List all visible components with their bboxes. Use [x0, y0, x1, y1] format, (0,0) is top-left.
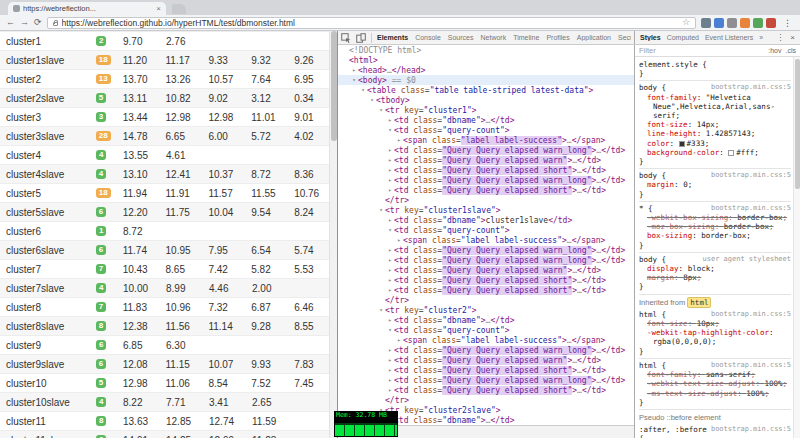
- dom-tree-node[interactable]: ▸<span class="label label-success">…</sp…: [338, 135, 634, 145]
- devtools-tab-security[interactable]: Security: [617, 34, 631, 41]
- dom-tree-node[interactable]: ▾<td class="query-count">: [338, 125, 634, 135]
- dom-tree-node[interactable]: ▸<td class="dbname">…</td>: [338, 115, 634, 125]
- extension-icon[interactable]: [766, 18, 776, 28]
- twisty-collapsed-icon[interactable]: ▸: [386, 185, 394, 195]
- styles-filter-input[interactable]: Filter: [639, 46, 656, 55]
- extension-icon[interactable]: [701, 18, 711, 28]
- twisty-expanded-icon[interactable]: ▾: [386, 325, 394, 335]
- color-swatch[interactable]: [679, 141, 685, 147]
- stylesheet-link[interactable]: bootstrap.min.css:5: [711, 171, 791, 180]
- twisty-collapsed-icon[interactable]: ▸: [386, 365, 394, 375]
- dom-tree-node[interactable]: ▾<tbody>: [338, 95, 634, 105]
- dom-tree-node[interactable]: ▸<td class="Query Query elapsed warn_lon…: [338, 145, 634, 155]
- twisty-collapsed-icon[interactable]: ▸: [395, 235, 403, 245]
- twisty-collapsed-icon[interactable]: ▸: [350, 65, 358, 75]
- dom-tree-node[interactable]: <!DOCTYPE html>: [338, 45, 634, 55]
- twisty-expanded-icon[interactable]: ▾: [386, 125, 394, 135]
- devtools-close-icon[interactable]: ×: [790, 33, 795, 42]
- devtools-tab-network[interactable]: Network: [480, 34, 508, 41]
- css-property[interactable]: color: #333;: [639, 139, 791, 148]
- stylesheet-link[interactable]: bootstrap.min.css:5: [711, 361, 791, 370]
- css-property[interactable]: box-sizing: border-box;: [639, 231, 791, 240]
- dom-tree-node[interactable]: ▸<td class="Query Query elapsed short">……: [338, 185, 634, 195]
- twisty-expanded-icon[interactable]: ▾: [350, 75, 358, 85]
- twisty-collapsed-icon[interactable]: ▸: [386, 245, 394, 255]
- dom-tree-node[interactable]: ▾<td class="query-count">: [338, 225, 634, 235]
- dom-tree-node[interactable]: ▸<head>…</head>: [338, 65, 634, 75]
- device-toolbar-icon[interactable]: [356, 32, 367, 43]
- class-toggle[interactable]: .cls: [786, 47, 797, 54]
- new-tab-button[interactable]: [172, 4, 186, 14]
- styles-scrollbar[interactable]: [793, 57, 800, 438]
- twisty-collapsed-icon[interactable]: ▸: [386, 375, 394, 385]
- dom-tree-node[interactable]: ▾<table class="table table-striped lates…: [338, 85, 634, 95]
- dom-tree-node[interactable]: ▾<tr key="cluster1">: [338, 105, 634, 115]
- css-property[interactable]: font-family: "Helvetica Neue",Helvetica,…: [639, 93, 791, 121]
- twisty-expanded-icon[interactable]: ▾: [377, 105, 385, 115]
- twisty-collapsed-icon[interactable]: ▸: [386, 165, 394, 175]
- dom-tree-node[interactable]: ▸<td class="dbname">…</td>: [338, 315, 634, 325]
- inspect-element-icon[interactable]: [341, 32, 352, 43]
- twisty-collapsed-icon[interactable]: ▸: [386, 385, 394, 395]
- twisty-collapsed-icon[interactable]: ▸: [386, 265, 394, 275]
- twisty-collapsed-icon[interactable]: ▸: [386, 215, 394, 225]
- stylesheet-link[interactable]: bootstrap.min.css:5: [711, 310, 791, 319]
- devtools-tab-application[interactable]: Application: [576, 34, 612, 41]
- css-property[interactable]: -webkit-text-size-adjust: 100%;: [639, 379, 791, 388]
- back-icon[interactable]: ←: [6, 18, 15, 27]
- dom-tree-node[interactable]: ▸<td class="Query Query elapsed warn_lon…: [338, 255, 634, 265]
- dom-tree-node[interactable]: <html>: [338, 55, 634, 65]
- devtools-tab-console[interactable]: Console: [414, 34, 442, 41]
- dom-tree-node[interactable]: ▸<td class="Query Query elapsed warn">…<…: [338, 265, 634, 275]
- dom-tree-node[interactable]: ▾<tr key="cluster1slave">: [338, 205, 634, 215]
- twisty-collapsed-icon[interactable]: ▸: [395, 135, 403, 145]
- browser-tab[interactable]: https://webreflection... ×: [8, 2, 166, 15]
- devtools-tab-timeline[interactable]: Timeline: [512, 34, 540, 41]
- dom-tree-node[interactable]: ▸<td class="Query Query elapsed short">……: [338, 275, 634, 285]
- stylesheet-link[interactable]: user agent stylesheet: [702, 255, 791, 264]
- twisty-expanded-icon[interactable]: ▾: [377, 305, 385, 315]
- extension-icon[interactable]: [753, 18, 763, 28]
- extension-icon[interactable]: [714, 18, 724, 28]
- twisty-collapsed-icon[interactable]: ▸: [386, 345, 394, 355]
- css-property[interactable]: margin: 0;: [639, 180, 791, 189]
- reload-icon[interactable]: ⟳: [34, 18, 42, 27]
- twisty-expanded-icon[interactable]: ▾: [368, 95, 376, 105]
- dom-tree-node[interactable]: ▸<span class="label label-success">…</sp…: [338, 235, 634, 245]
- dom-tree-node[interactable]: ▸<td class="Query Query elapsed warn">…<…: [338, 355, 634, 365]
- forward-icon[interactable]: →: [20, 18, 29, 27]
- stylesheet-link[interactable]: bootstrap.min.css:5: [711, 204, 791, 213]
- css-property[interactable]: -webkit-tap-highlight-color: rgba(0,0,0,…: [639, 328, 791, 346]
- sidebar-tab-event-listeners[interactable]: Event Listeners: [705, 34, 753, 41]
- page-scrollbar[interactable]: [329, 31, 337, 438]
- dom-tree-node[interactable]: ▸<span class="label label-success">…</sp…: [338, 335, 634, 345]
- dom-tree-node[interactable]: ▾<tr key="cluster2">: [338, 305, 634, 315]
- css-property[interactable]: font-family: sans-serif;: [639, 370, 791, 379]
- css-property[interactable]: font-size: 10px;: [639, 319, 791, 328]
- css-property[interactable]: margin: 8px;: [639, 273, 791, 282]
- twisty-collapsed-icon[interactable]: ▸: [386, 155, 394, 165]
- twisty-collapsed-icon[interactable]: ▸: [386, 175, 394, 185]
- extension-icon[interactable]: [740, 18, 750, 28]
- sidebar-tab-computed[interactable]: Computed: [667, 34, 699, 41]
- twisty-expanded-icon[interactable]: ▾: [377, 205, 385, 215]
- devtools-tab-profiles[interactable]: Profiles: [545, 34, 570, 41]
- dom-tree-node[interactable]: ▾<body> == $0: [338, 75, 634, 85]
- twisty-collapsed-icon[interactable]: ▸: [386, 315, 394, 325]
- extension-icon[interactable]: [727, 18, 737, 28]
- dom-tree-node[interactable]: ▾<td class="query-count">: [338, 325, 634, 335]
- dom-tree-node[interactable]: </tr>: [338, 195, 634, 205]
- bookmark-star-icon[interactable]: ☆: [682, 18, 690, 27]
- twisty-collapsed-icon[interactable]: ▸: [386, 355, 394, 365]
- styles-scrollbar-thumb[interactable]: [795, 59, 800, 189]
- twisty-expanded-icon[interactable]: ▾: [359, 85, 367, 95]
- twisty-expanded-icon[interactable]: ▾: [386, 225, 394, 235]
- stylesheet-link[interactable]: bootstrap.min.css:5: [711, 83, 791, 92]
- dom-tree-node[interactable]: </tr>: [338, 295, 634, 305]
- browser-menu-icon[interactable]: ⋮: [781, 18, 794, 28]
- css-property[interactable]: line-height: 1.42857143;: [639, 129, 791, 138]
- sidebar-tabs-overflow-icon[interactable]: »: [759, 34, 763, 41]
- css-property[interactable]: -webkit-box-sizing: border-box;: [639, 213, 791, 222]
- devtools-menu-icon[interactable]: ⋮: [776, 33, 784, 42]
- twisty-collapsed-icon[interactable]: ▸: [386, 285, 394, 295]
